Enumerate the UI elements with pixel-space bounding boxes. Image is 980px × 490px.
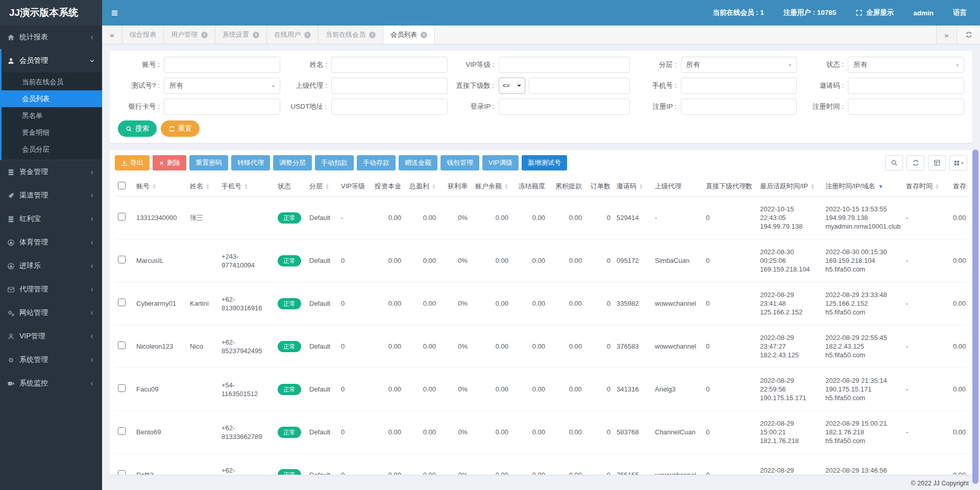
filter-operator-select[interactable]: <= (499, 78, 525, 94)
filter-select-4[interactable]: 所有▾ (848, 57, 964, 73)
手动存款-button[interactable]: 手动存款 (357, 155, 396, 170)
filter-input-11[interactable] (331, 99, 448, 115)
tab-close-icon[interactable]: × (253, 32, 259, 38)
column-header-phone[interactable]: 手机号▲▼ (218, 177, 275, 197)
filter-input-14[interactable] (848, 99, 964, 115)
filter-input-8[interactable] (681, 78, 797, 94)
转移代理-button[interactable]: 转移代理 (231, 155, 270, 170)
调整分层-button[interactable]: 调整分层 (273, 155, 312, 170)
手动扣款-button[interactable]: 手动扣款 (315, 155, 354, 170)
sidebar-item-9[interactable]: VIP管理 (0, 325, 102, 348)
sidebar-subitem-黑名单[interactable]: 黑名单 (2, 107, 102, 124)
column-header-name[interactable]: 姓名▲▼ (187, 177, 218, 197)
sort-icon[interactable]: ▲▼ (504, 184, 508, 190)
fullscreen-button[interactable]: 全屏显示 (855, 8, 894, 17)
sidebar-item-0[interactable]: 统计报表 (0, 26, 102, 49)
row-checkbox[interactable] (118, 256, 126, 263)
column-header-invite[interactable]: 邀请码▲▼ (614, 177, 652, 197)
search-icon-button[interactable] (885, 155, 903, 170)
select-all-checkbox[interactable] (118, 182, 126, 189)
column-header-account[interactable]: 账号▲▼ (133, 177, 187, 197)
赠送金额-button[interactable]: 赠送金额 (399, 155, 437, 170)
row-checkbox[interactable] (118, 384, 126, 392)
sidebar-item-6[interactable]: 进球乐 (0, 254, 102, 278)
sidebar-subitem-会员列表[interactable]: 会员列表 (2, 90, 102, 107)
tab-refresh-button[interactable] (957, 26, 980, 44)
sidebar-item-8[interactable]: 网站管理 (0, 301, 102, 325)
sort-icon[interactable]: ▲▼ (152, 184, 156, 190)
table-view-icon-button[interactable] (928, 155, 946, 170)
tab-综合报表[interactable]: 综合报表 (122, 26, 164, 44)
row-checkbox[interactable] (118, 341, 126, 349)
tab-close-icon[interactable]: × (421, 32, 427, 38)
sort-icon[interactable]: ▲▼ (432, 184, 436, 190)
tab-系统设置[interactable]: 系统设置× (215, 26, 267, 44)
tab-close-icon[interactable]: × (369, 32, 376, 38)
sort-desc-active-icon[interactable]: ▼ (878, 184, 884, 189)
sidebar-item-10[interactable]: 系统管理 (0, 348, 102, 372)
row-checkbox[interactable] (118, 213, 126, 220)
sidebar-item-11[interactable]: 系统监控 (0, 372, 102, 395)
column-header-layer[interactable]: 分层▲▼ (306, 177, 338, 197)
row-checkbox[interactable] (118, 427, 126, 435)
sort-icon[interactable]: ▲▼ (639, 184, 643, 190)
column-header-profit[interactable]: 总盈利▲▼ (404, 177, 439, 197)
sidebar-subitem-当前在线会员[interactable]: 当前在线会员 (2, 74, 102, 90)
column-header-last_active[interactable]: 最后活跃时间/IP▲▼ (757, 177, 822, 197)
filter-select-3[interactable]: 所有▾ (681, 57, 797, 73)
sidebar-subitem-会员分层[interactable]: 会员分层 (2, 141, 102, 158)
sidebar-item-2[interactable]: 资金管理 (0, 160, 102, 184)
filter-input-10[interactable] (164, 99, 280, 115)
filter-input-9[interactable] (848, 78, 964, 94)
filter-select-5[interactable]: 所有▾ (164, 78, 280, 94)
sort-icon[interactable]: ▲▼ (325, 184, 329, 190)
新增测试号-button[interactable]: 新增测试号 (522, 155, 567, 170)
tab-当前在线会员[interactable]: 当前在线会员× (318, 26, 383, 44)
删除-button[interactable]: 删除 (153, 155, 186, 170)
filter-input-6[interactable] (331, 78, 448, 94)
vertical-scrollbar[interactable] (972, 150, 978, 484)
tab-close-icon[interactable]: × (304, 32, 311, 38)
column-header-first_time[interactable]: 首存时间▲▼ (903, 177, 950, 197)
sidebar-item-1[interactable]: 会员管理 (2, 49, 102, 72)
row-checkbox[interactable] (118, 299, 126, 306)
sidebar-subitem-资金明细[interactable]: 资金明细 (2, 124, 102, 141)
filter-input-13[interactable] (681, 99, 797, 115)
sidebar-group-8: 网站管理 (0, 301, 102, 325)
VIP调级-button[interactable]: VIP调级 (482, 155, 519, 170)
sort-icon[interactable]: ▲▼ (206, 184, 210, 190)
tabs-scroll-left-button[interactable]: « (102, 26, 122, 44)
row-checkbox[interactable] (118, 470, 126, 475)
filter-input-2[interactable] (499, 57, 630, 73)
column-header-balance[interactable]: 账户余额▲▼ (471, 177, 511, 197)
tab-会员列表[interactable]: 会员列表× (383, 26, 435, 44)
grid-icon-button[interactable]: ▾ (949, 155, 967, 170)
filter-input-1[interactable] (331, 57, 448, 73)
sidebar-item-5[interactable]: 体育管理 (0, 231, 102, 254)
column-header-register[interactable]: 注册时间/IP/域名▼ (822, 177, 903, 197)
filter-input-0[interactable] (164, 57, 280, 73)
filter-input-12[interactable] (499, 99, 630, 115)
user-menu[interactable]: admin (913, 9, 934, 17)
tab-在线用户[interactable]: 在线用户× (267, 26, 318, 44)
导出-button[interactable]: 导出 (115, 155, 150, 170)
sidebar-item-3[interactable]: 渠道管理 (0, 184, 102, 207)
tabs-scroll-right-button[interactable]: » (936, 26, 957, 44)
search-button[interactable]: 搜索 (118, 120, 157, 137)
cell-frozen: 0.00 (511, 239, 548, 282)
reset-button[interactable]: 重置 (161, 120, 200, 137)
重置密码-button[interactable]: 重置密码 (189, 155, 228, 170)
filter-field-label: 上级代理 : (285, 81, 331, 90)
sort-icon[interactable]: ▲▼ (811, 184, 815, 190)
refresh-icon-button[interactable] (906, 155, 924, 170)
sidebar-toggle-button[interactable] (102, 0, 127, 26)
language-menu[interactable]: 语言 (953, 8, 967, 17)
sort-icon[interactable]: ▲▼ (935, 184, 939, 190)
tab-用户管理[interactable]: 用户管理× (164, 26, 215, 44)
tab-close-icon[interactable]: × (201, 32, 208, 38)
filter-input-7[interactable] (529, 78, 630, 94)
sidebar-item-4[interactable]: 红利宝 (0, 207, 102, 231)
钱包管理-button[interactable]: 钱包管理 (440, 155, 479, 170)
sort-icon[interactable]: ▲▼ (244, 184, 248, 190)
sidebar-item-7[interactable]: 代理管理 (0, 278, 102, 301)
